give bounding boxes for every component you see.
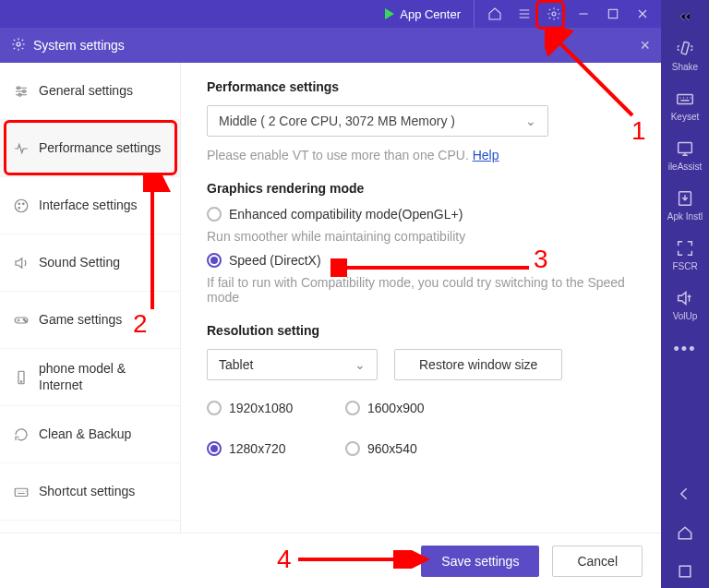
- graphics-section-title: Graphics rendering mode: [207, 181, 635, 196]
- radio-icon: [207, 253, 222, 268]
- chevron-down-icon: ⌄: [525, 114, 536, 128]
- resolution-type-select[interactable]: Tablet ⌄: [207, 349, 378, 380]
- gear-icon: [11, 37, 26, 54]
- svg-point-7: [17, 42, 20, 46]
- radio-label: Speed (DirectX): [229, 253, 321, 268]
- svg-rect-20: [15, 488, 28, 496]
- svg-rect-4: [679, 566, 691, 577]
- restore-window-button[interactable]: Restore window size: [394, 349, 562, 380]
- sidebar-item-label: General settings: [39, 83, 133, 100]
- radio-res-960[interactable]: 960x540: [345, 441, 484, 456]
- home-icon[interactable]: [482, 1, 508, 27]
- rail-keyset[interactable]: Keyset: [661, 83, 709, 127]
- gamepad-icon: [13, 312, 30, 329]
- pulse-icon: [13, 140, 30, 157]
- svg-point-19: [20, 380, 22, 382]
- sidebar-item-general[interactable]: General settings: [0, 63, 180, 120]
- svg-rect-6: [608, 9, 617, 18]
- minimize-icon[interactable]: [571, 1, 596, 27]
- annotation-arrow-1: [545, 28, 646, 129]
- speed-hint: If fail to run with Compatibility mode, …: [207, 275, 635, 305]
- radio-label: 960x540: [367, 441, 417, 456]
- radio-label: Enhanced compatibility mode(OpenGL+): [229, 207, 463, 222]
- sound-icon: [13, 255, 30, 271]
- rail-recent-icon[interactable]: [661, 555, 709, 588]
- keyboard-icon: [13, 484, 30, 500]
- svg-point-14: [18, 207, 20, 209]
- settings-panel: Performance settings Middle ( 2 Core CPU…: [181, 63, 661, 533]
- sidebar-item-label: Performance settings: [39, 140, 161, 157]
- help-link[interactable]: Help: [473, 148, 499, 162]
- sidebar-item-label: Game settings: [39, 312, 122, 329]
- enhanced-hint: Run smoother while maintaining compatibi…: [207, 229, 635, 244]
- radio-label: 1280x720: [229, 441, 286, 456]
- refresh-icon: [13, 426, 30, 443]
- svg-line-22: [556, 39, 632, 115]
- modal-title: System settings: [33, 38, 125, 53]
- radio-res-1280[interactable]: 1280x720: [207, 441, 345, 456]
- sliders-icon: [13, 83, 30, 100]
- settings-gear-icon[interactable]: [541, 1, 567, 27]
- radio-icon: [345, 401, 360, 415]
- svg-rect-0: [681, 42, 690, 54]
- phone-icon: [13, 369, 30, 386]
- title-bar: App Center: [0, 0, 661, 28]
- maximize-icon[interactable]: [600, 1, 626, 27]
- annotation-arrow-2: [143, 175, 171, 314]
- resolution-type-value: Tablet: [219, 357, 253, 372]
- right-rail: Shake Keyset ileAssist Apk Instl FSCR Vo…: [661, 0, 709, 588]
- sidebar-item-label: Sound Setting: [39, 255, 120, 271]
- radio-icon: [345, 441, 360, 456]
- svg-point-5: [552, 12, 556, 16]
- rail-volup[interactable]: VolUp: [661, 282, 709, 327]
- sidebar-item-label: Interface settings: [39, 198, 138, 214]
- app-center-label: App Center: [400, 7, 461, 21]
- svg-rect-1: [678, 94, 693, 103]
- sidebar-item-label: Shortcut settings: [39, 484, 135, 500]
- save-button[interactable]: Save settings: [421, 546, 539, 577]
- svg-rect-2: [679, 143, 692, 153]
- rail-back-icon[interactable]: [661, 477, 709, 510]
- rail-collapse-icon[interactable]: [661, 6, 709, 28]
- play-icon: [385, 8, 394, 19]
- radio-icon: [207, 207, 222, 222]
- annotation-arrow-3: [330, 258, 534, 277]
- sidebar-item-shortcut[interactable]: Shortcut settings: [0, 463, 180, 521]
- radio-res-1920[interactable]: 1920x1080: [207, 401, 345, 415]
- radio-res-1600[interactable]: 1600x900: [345, 401, 484, 415]
- resolution-section-title: Resolution setting: [207, 323, 635, 338]
- svg-point-16: [23, 318, 25, 320]
- sidebar-item-phone[interactable]: phone model & Internet: [0, 349, 180, 406]
- vt-hint: Please enable VT to use more than one CP…: [207, 148, 635, 162]
- svg-point-11: [15, 199, 28, 212]
- annotation-arrow-4: [294, 550, 432, 569]
- rail-more-icon[interactable]: •••: [674, 332, 697, 366]
- cancel-button[interactable]: Cancel: [552, 546, 643, 577]
- sidebar-item-label: phone model & Internet: [39, 361, 167, 393]
- sidebar-item-label: Clean & Backup: [39, 426, 131, 443]
- svg-point-13: [23, 203, 25, 205]
- radio-icon: [207, 401, 222, 415]
- menu-icon[interactable]: [511, 1, 537, 27]
- chevron-down-icon: ⌄: [354, 357, 366, 372]
- rail-shake[interactable]: Shake: [661, 33, 709, 78]
- sidebar-item-performance[interactable]: Performance settings: [0, 120, 180, 177]
- rail-fullscreen[interactable]: FSCR: [661, 233, 709, 277]
- palette-icon: [13, 198, 30, 214]
- sidebar-item-clean[interactable]: Clean & Backup: [0, 406, 180, 463]
- app-center-button[interactable]: App Center: [378, 0, 475, 28]
- performance-select-value: Middle ( 2 Core CPU, 3072 MB Memory ): [219, 114, 455, 128]
- rail-home-icon[interactable]: [661, 516, 709, 549]
- svg-point-17: [25, 320, 27, 322]
- radio-icon: [207, 441, 222, 456]
- rail-fileassist[interactable]: ileAssist: [661, 133, 709, 177]
- performance-select[interactable]: Middle ( 2 Core CPU, 3072 MB Memory ) ⌄: [207, 105, 548, 137]
- radio-label: 1600x900: [367, 401, 425, 415]
- radio-label: 1920x1080: [229, 401, 293, 415]
- svg-point-12: [18, 203, 20, 205]
- radio-enhanced-mode[interactable]: Enhanced compatibility mode(OpenGL+): [207, 207, 635, 222]
- close-icon[interactable]: [630, 1, 655, 27]
- rail-apkinstall[interactable]: Apk Instl: [661, 183, 709, 227]
